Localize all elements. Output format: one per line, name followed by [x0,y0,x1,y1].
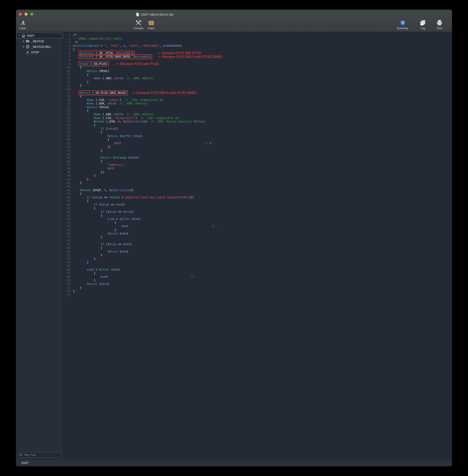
code-line[interactable]: 25 Method (_DSM, 4, NotSerialized) // _D… [63,120,452,123]
code-line[interactable]: 57 } [63,235,452,239]
code-line[interactable]: 9 Scope (_SB.PCI0)<- Rename PCI0 with PC… [63,62,452,66]
document-icon [136,13,139,16]
line-number: 56 [63,232,73,236]
code-line[interactable]: 51 { [63,214,452,218]
code-line[interactable]: 26 { [63,123,452,127]
code-line[interactable]: 36 { [63,160,452,163]
code-line[interactable]: 42 } [63,181,452,185]
code-line[interactable]: 33 } [63,149,452,152]
code-line[interactable]: 22 { [63,109,452,113]
code-line[interactable]: 65 [63,264,452,268]
tree-row-dtgp[interactable]: DTGP [16,49,63,55]
code-line[interactable]: 38 0x57 [63,167,452,170]
print-button[interactable]: Print [428,19,451,30]
code-line[interactable]: 28 { [63,131,452,134]
code-line[interactable]: 35 Return (Package (0x02) [63,156,452,160]
code-line[interactable]: 73 [63,293,452,297]
code-line[interactable]: 4DefinitionBlock ("", "SSDT", 2, "ACDT",… [63,44,452,48]
code-line[interactable]: 47 { [63,199,452,203]
code-line[interactable]: 46 If ((Arg0 == ToUUID ("a0b5b7c6-1318-4… [63,196,452,199]
code-line[interactable]: 7 External (_SB_.PCI0.SBUS.BUS0, DeviceO… [63,55,452,59]
code-line[interactable]: 52 Arg4 = Buffer (One) [63,217,452,221]
code-line[interactable]: 63 } [63,257,452,261]
code-line[interactable]: 54 0x03 // . [63,224,452,228]
rename-annotation: <- Rename PCI0.SBUS with PC00.SMBS [158,55,222,59]
code-line[interactable]: 34 [63,152,452,156]
code-line[interactable]: 21 Device (DVL0) [63,105,452,109]
code-line[interactable]: 40 } [63,174,452,178]
code-line[interactable]: 64 } [63,261,452,264]
code-line[interactable]: 31 0x57 // W [63,142,452,145]
patch-icon [148,19,154,27]
code-line[interactable]: 71 } [63,286,452,290]
code-text: 0x57 [73,167,115,170]
minimize-button[interactable] [25,13,28,15]
code-line[interactable]: 62 } [63,253,452,257]
filter-tree-field[interactable] [18,452,61,458]
code-line[interactable]: 14 } [63,80,452,84]
code-editor[interactable]: 1/*2 * SMBus compatibility table.3 */4De… [63,32,452,459]
code-line[interactable]: 23 Name (_ADR, 0x57) // _ADR: Address [63,113,452,116]
code-line[interactable]: 39 }) [63,170,452,174]
code-line[interactable]: 12 { [63,73,452,77]
code-line[interactable]: 3 */ [63,40,452,44]
code-line[interactable]: 10 { [63,66,452,69]
code-line[interactable]: 2 * SMBus compatibility table. [63,37,452,41]
code-line[interactable]: 41 } [63,178,452,181]
fonts-button[interactable]: A Fonts [16,19,34,30]
summary-button[interactable]: i Summary [391,19,414,30]
code-line[interactable]: 15 } [63,84,452,87]
patch-button[interactable]: Patch [140,19,162,30]
code-line[interactable]: 32 }) [63,145,452,149]
code-line[interactable]: 60 { [63,246,452,250]
code-line[interactable]: 56 Return (One) [63,232,452,236]
code-line[interactable]: 49 { [63,207,452,210]
tree-row--sb-pci0-sbu-[interactable]: ▶_SB.PCI0.SBU... [16,44,63,49]
tree-row-ssdt[interactable]: ▼SSDT [16,33,63,38]
code-text: } [73,84,82,87]
filter-tree-input[interactable] [23,453,60,457]
code-line[interactable]: 58 [63,239,452,243]
code-line[interactable]: 61 Return (One) [63,250,452,253]
code-line[interactable]: 53 { [63,221,452,225]
code-line[interactable]: 67 { [63,271,452,275]
line-number: 20 [63,102,73,105]
line-number: 27 [63,127,73,131]
code-line[interactable]: 70 Return (Zero) [63,282,452,286]
code-line[interactable]: 72} [63,289,452,293]
code-line[interactable]: 55 } [63,228,452,232]
code-line[interactable]: 43 [63,185,452,189]
code-line[interactable]: 45 { [63,192,452,196]
rename-highlight-box: Scope (_SB.PCI0) [79,61,109,66]
code-line[interactable]: 29 Return (Buffer (One) [63,134,452,138]
code-line[interactable]: 59 If ((Arg2 == One)) [63,242,452,246]
line-number: 30 [63,138,73,142]
line-number: 48 [63,203,73,207]
code-line[interactable]: 48 If ((Arg1 == One)) [63,203,452,207]
code-line[interactable]: 69 } [63,279,452,282]
disclosure-triangle-icon[interactable]: ▶ [22,40,25,42]
print-label: Print [437,27,442,30]
code-line[interactable]: 11 Device (MCHC) [63,69,452,73]
close-button[interactable] [19,13,22,15]
code-line[interactable]: 50 If ((Arg2 == Zero)) [63,210,452,214]
line-number: 35 [63,156,73,160]
code-line[interactable]: 66 Arg4 = Buffer (One) [63,268,452,272]
code-line[interactable]: 19 Name (_CID, "smbus") // _CID: Compati… [63,98,452,102]
code-line[interactable]: 18 { [63,95,452,98]
disclosure-triangle-icon[interactable]: ▼ [18,35,21,37]
code-line[interactable]: 30 { [63,138,452,142]
code-line[interactable]: 13 Name (_ADR, Zero) // _ADR: Address [63,76,452,80]
code-line[interactable]: 44 Method (DTGP, 5, NotSerialized) [63,189,452,192]
code-line[interactable]: 1/* [63,33,452,37]
code-line[interactable]: 20 Name (_ADR, Zero) // _ADR: Address [63,102,452,105]
disclosure-triangle-icon[interactable]: ▶ [22,46,25,48]
code-line[interactable]: 17 Device (_SB.PCI0.SBUS.BUS0)<- Rename … [63,91,452,95]
code-line[interactable]: 8 [63,59,452,62]
tree-row--sb-pci0[interactable]: ▶_SB.PCI0 [16,38,63,44]
code-line[interactable]: 37 "address", [63,163,452,167]
code-line[interactable]: 27 If (!Arg2) [63,127,452,131]
zoom-button[interactable] [30,13,33,15]
code-line[interactable]: 68 0x00 // . [63,275,452,279]
code-line[interactable]: 24 Name (_CID, "diagsvault") // _CID: Co… [63,116,452,120]
